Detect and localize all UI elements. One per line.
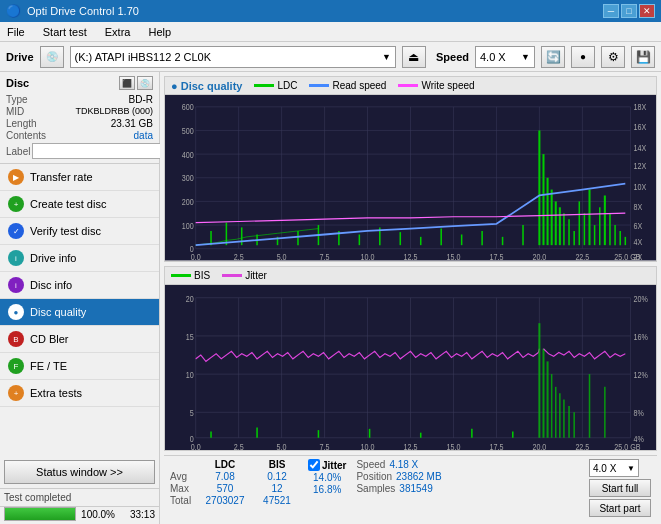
menu-extra[interactable]: Extra [102, 25, 134, 39]
settings-btn[interactable]: ⚙ [601, 46, 625, 68]
status-window-btn[interactable]: Status window >> [4, 460, 155, 484]
drive-bar: Drive 💿 (K:) ATAPI iHBS112 2 CL0K ▼ ⏏ Sp… [0, 42, 661, 72]
nav-label-transfer: Transfer rate [30, 171, 93, 183]
stats-bar: LDC BIS Avg 7.08 0.12 Max 570 12 Total 2… [164, 455, 657, 520]
legend-ldc: LDC [254, 80, 297, 91]
disc-icon-1[interactable]: ⬛ [119, 76, 135, 90]
svg-text:15.0: 15.0 [447, 253, 461, 260]
close-button[interactable]: ✕ [639, 4, 655, 18]
nav-icon-quality: ● [8, 304, 24, 320]
nav-icon-fe-te: F [8, 358, 24, 374]
chart-title-1: ● Disc quality [171, 80, 242, 92]
legend-write-color [398, 84, 418, 87]
nav-label-create: Create test disc [30, 198, 106, 210]
disc-title: Disc [6, 77, 29, 89]
nav-fe-te[interactable]: F FE / TE [0, 353, 159, 380]
svg-text:16X: 16X [633, 123, 646, 133]
svg-text:20%: 20% [633, 293, 647, 303]
svg-text:200: 200 [182, 197, 194, 207]
nav-icon-drive: i [8, 250, 24, 266]
svg-text:7.5: 7.5 [320, 442, 330, 450]
svg-text:4X: 4X [633, 238, 642, 248]
legend-jitter: Jitter [222, 270, 267, 281]
progress-fill [5, 508, 75, 520]
refresh-btn[interactable]: 🔄 [541, 46, 565, 68]
svg-text:25.0 GB: 25.0 GB [614, 253, 640, 260]
chart-svg-1: 600 500 400 300 200 100 0 18X 16X 14X 12… [165, 95, 656, 261]
progress-bar [4, 507, 76, 521]
legend-jitter-color [222, 274, 242, 277]
nav-disc-info[interactable]: i Disc info [0, 272, 159, 299]
speed-select[interactable]: 4.0 X ▼ [475, 46, 535, 68]
svg-text:10: 10 [186, 370, 194, 380]
disc-icon-2[interactable]: 💿 [137, 76, 153, 90]
legend-bis: BIS [171, 270, 210, 281]
nav-label-drive: Drive info [30, 252, 76, 264]
eject-btn[interactable]: ⏏ [402, 46, 426, 68]
svg-text:17.5: 17.5 [489, 253, 503, 260]
length-label: Length [6, 118, 37, 129]
chart-svg-2: 20 15 10 5 0 20% 16% 12% 8% 4% 0.0 2.5 5… [165, 285, 656, 451]
svg-text:300: 300 [182, 174, 194, 184]
svg-text:0.0: 0.0 [191, 253, 201, 260]
menu-help[interactable]: Help [145, 25, 174, 39]
speed-label: Speed [436, 51, 469, 63]
start-part-btn[interactable]: Start part [589, 499, 651, 517]
nav-drive-info[interactable]: i Drive info [0, 245, 159, 272]
max-label: Max [170, 483, 198, 494]
drive-icon-btn[interactable]: 💿 [40, 46, 64, 68]
label-label: Label [6, 146, 30, 157]
menu-start-test[interactable]: Start test [40, 25, 90, 39]
speed-stat-value: 4.18 X [389, 459, 418, 470]
svg-text:6X: 6X [633, 221, 642, 231]
nav-verify-test[interactable]: ✓ Verify test disc [0, 218, 159, 245]
speed-stat-label: Speed [356, 459, 385, 470]
app-icon: 🔵 [6, 4, 21, 18]
menu-file[interactable]: File [4, 25, 28, 39]
save-btn[interactable]: 💾 [631, 46, 655, 68]
jitter-header: Jitter [322, 460, 346, 471]
maximize-button[interactable]: □ [621, 4, 637, 18]
nav-transfer-rate[interactable]: ▶ Transfer rate [0, 164, 159, 191]
svg-text:15: 15 [186, 332, 194, 342]
ldc-avg: 7.08 [200, 471, 250, 482]
progress-text: 100.0% [80, 509, 115, 520]
disc-btn[interactable]: ● [571, 46, 595, 68]
position-stat-label: Position [356, 471, 392, 482]
test-speed-select[interactable]: 4.0 X ▼ [589, 459, 639, 477]
svg-text:12.5: 12.5 [404, 442, 418, 450]
menu-bar: File Start test Extra Help [0, 22, 661, 42]
minimize-button[interactable]: ─ [603, 4, 619, 18]
nav-create-test[interactable]: + Create test disc [0, 191, 159, 218]
svg-text:100: 100 [182, 221, 194, 231]
drive-select[interactable]: (K:) ATAPI iHBS112 2 CL0K ▼ [70, 46, 396, 68]
svg-text:2.5: 2.5 [234, 442, 244, 450]
jitter-checkbox[interactable] [308, 459, 320, 471]
app-title: Opti Drive Control 1.70 [27, 5, 139, 17]
status-text: Test completed [4, 492, 71, 503]
svg-text:5.0: 5.0 [277, 253, 287, 260]
svg-text:500: 500 [182, 127, 194, 137]
svg-text:0.0: 0.0 [191, 442, 201, 450]
svg-text:8X: 8X [633, 202, 642, 212]
svg-text:10.0: 10.0 [361, 253, 375, 260]
total-label: Total [170, 495, 198, 506]
nav-icon-transfer: ▶ [8, 169, 24, 185]
bis-max: 12 [252, 483, 302, 494]
svg-text:20.0: 20.0 [532, 253, 546, 260]
start-full-btn[interactable]: Start full [589, 479, 651, 497]
svg-text:14X: 14X [633, 143, 646, 153]
svg-text:22.5: 22.5 [575, 253, 589, 260]
svg-text:8%: 8% [633, 408, 643, 418]
samples-stat-value: 381549 [399, 483, 432, 494]
label-input[interactable] [32, 143, 165, 159]
position-stat-value: 23862 MB [396, 471, 442, 482]
svg-text:17.5: 17.5 [489, 442, 503, 450]
nav-icon-create: + [8, 196, 24, 212]
svg-text:2.5: 2.5 [234, 253, 244, 260]
nav-cd-bler[interactable]: B CD Bler [0, 326, 159, 353]
nav-extra-tests[interactable]: + Extra tests [0, 380, 159, 407]
svg-text:20: 20 [186, 293, 194, 303]
nav-disc-quality[interactable]: ● Disc quality [0, 299, 159, 326]
svg-text:12%: 12% [633, 370, 647, 380]
